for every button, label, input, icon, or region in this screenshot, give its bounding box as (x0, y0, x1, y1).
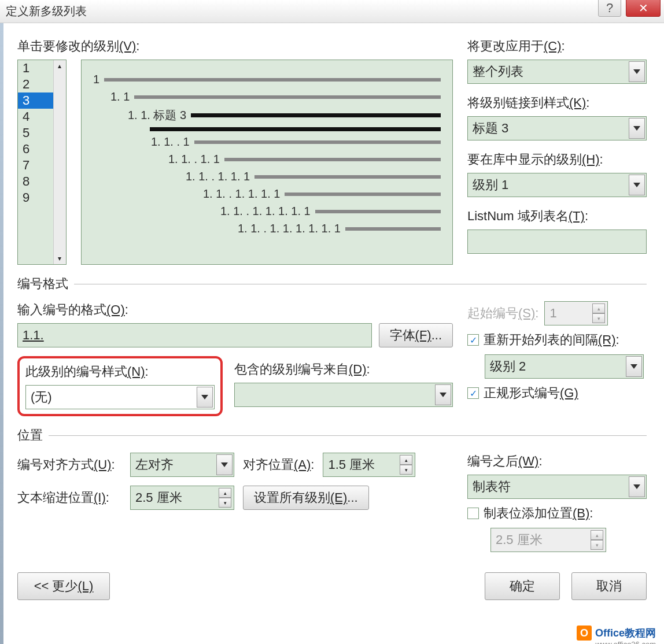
help-button[interactable]: ? (598, 0, 621, 17)
level-item-4[interactable]: 4 (18, 109, 53, 125)
show-gallery-label: 要在库中显示的级别(H): (467, 151, 647, 168)
restart-label: 重新开始列表的间隔(R): (484, 331, 619, 349)
format-input[interactable]: 1.1. (17, 323, 372, 347)
window-title: 定义新多级列表 (6, 3, 87, 19)
chevron-down-icon[interactable] (629, 61, 645, 82)
position-group: 位置 编号对齐方式(U): 左对齐 对齐位置(A): 1.5 厘米▴▾ 文本缩进… (17, 427, 647, 552)
tab-stop-label: 制表位添加位置(B): (484, 505, 593, 522)
ok-button[interactable]: 确定 (485, 572, 560, 600)
level-item-1[interactable]: 1 (18, 60, 53, 76)
preview-pane: 1 1. 1 1. 1. 标题 3 1. 1. . 1 1. 1. . 1. 1… (81, 60, 453, 265)
link-style-label: 将级别链接到样式(K): (467, 94, 647, 112)
title-bar: 定义新多级列表 ? ✕ (0, 0, 664, 23)
aligned-at-spinner[interactable]: 1.5 厘米▴▾ (323, 453, 415, 477)
follow-number-label: 编号之后(W): (467, 453, 647, 470)
number-format-group: 编号格式 输入编号的格式(O): 1.1. 字体(F)... 此级别的编号样式(… (17, 275, 647, 416)
start-at-label: 起始编号(S): (467, 305, 538, 322)
legal-checkbox-row[interactable]: ✓ 正规形式编号(G) (467, 384, 647, 402)
number-style-combo[interactable]: (无) (25, 385, 215, 409)
cancel-button[interactable]: 取消 (571, 572, 647, 600)
level-item-2[interactable]: 2 (18, 76, 53, 92)
legal-label: 正规形式编号(G) (484, 384, 578, 402)
text-indent-label: 文本缩进位置(I): (17, 489, 121, 506)
level-scrollbar[interactable]: ▴▾ (53, 60, 66, 264)
apply-to-label: 将更改应用于(C): (467, 38, 647, 55)
tab-stop-checkbox[interactable] (467, 508, 479, 519)
chevron-down-icon[interactable] (629, 175, 645, 195)
left-border-strip (0, 23, 3, 644)
restart-checkbox-row[interactable]: ✓ 重新开始列表的间隔(R): (467, 331, 647, 349)
start-at-spinner: 1▴▾ (544, 301, 608, 325)
number-style-label: 此级别的编号样式(N): (25, 363, 215, 380)
legal-checkbox[interactable]: ✓ (467, 387, 479, 399)
level-item-6[interactable]: 6 (18, 141, 53, 157)
listnum-input[interactable] (467, 230, 647, 254)
include-from-combo[interactable] (234, 383, 453, 407)
click-level-label: 单击要修改的级别(V): (17, 38, 453, 55)
chevron-down-icon[interactable] (435, 384, 451, 405)
include-from-label: 包含的级别编号来自(D): (234, 361, 453, 378)
position-legend: 位置 (17, 427, 49, 444)
level-item-7[interactable]: 7 (18, 157, 53, 173)
enter-format-label: 输入编号的格式(O): (17, 301, 453, 319)
listnum-label: ListNum 域列表名(T): (467, 208, 647, 225)
level-item-8[interactable]: 8 (18, 173, 53, 190)
chevron-down-icon[interactable] (629, 476, 645, 497)
number-format-legend: 编号格式 (17, 275, 74, 293)
level-item-5[interactable]: 5 (18, 125, 53, 141)
office-logo-icon: O (577, 626, 592, 641)
apply-to-combo[interactable]: 整个列表 (467, 60, 647, 84)
align-combo[interactable]: 左对齐 (130, 453, 234, 477)
link-style-combo[interactable]: 标题 3 (467, 116, 647, 140)
set-all-button[interactable]: 设置所有级别(E)... (243, 486, 369, 510)
close-button[interactable]: ✕ (626, 0, 661, 17)
font-button[interactable]: 字体(F)... (379, 323, 453, 347)
level-listbox[interactable]: 123456789 ▴▾ (17, 60, 67, 265)
tab-stop-spinner: 2.5 厘米▴▾ (490, 528, 606, 552)
chevron-down-icon[interactable] (197, 387, 213, 408)
watermark: O Office教程网 www.office26.com (577, 626, 656, 641)
chevron-down-icon[interactable] (626, 356, 642, 377)
aligned-at-label: 对齐位置(A): (243, 456, 314, 473)
follow-number-combo[interactable]: 制表符 (467, 475, 647, 499)
restart-checkbox[interactable]: ✓ (467, 334, 479, 346)
less-button[interactable]: << 更少(L) (17, 572, 110, 600)
chevron-down-icon[interactable] (629, 118, 645, 139)
restart-level-combo[interactable]: 级别 2 (485, 354, 644, 379)
level-item-9[interactable]: 9 (18, 190, 53, 206)
chevron-down-icon[interactable] (216, 454, 233, 475)
show-gallery-combo[interactable]: 级别 1 (467, 173, 647, 197)
align-label: 编号对齐方式(U): (17, 456, 121, 473)
level-item-3[interactable]: 3 (18, 92, 53, 109)
tab-stop-checkbox-row[interactable]: 制表位添加位置(B): (467, 505, 647, 522)
text-indent-spinner[interactable]: 2.5 厘米▴▾ (130, 486, 234, 510)
